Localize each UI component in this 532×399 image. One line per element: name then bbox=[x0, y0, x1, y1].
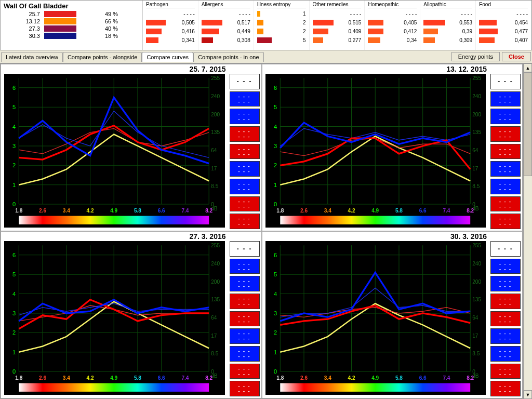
svg-text:5.8: 5.8 bbox=[134, 375, 141, 381]
svg-text:8.5: 8.5 bbox=[211, 183, 218, 189]
svg-text:3: 3 bbox=[12, 310, 16, 316]
tab-compare-curves[interactable]: Compare curves bbox=[142, 52, 193, 62]
svg-text:5.8: 5.8 bbox=[395, 208, 402, 214]
metric-row: 5 bbox=[257, 36, 306, 45]
metric-value: 0,34 bbox=[394, 37, 417, 43]
metric-row: 0,412 bbox=[368, 27, 417, 36]
metric-value: 0,454 bbox=[505, 20, 528, 25]
side-box-white: - - - bbox=[230, 241, 260, 257]
metric-row: 2 bbox=[257, 18, 306, 27]
svg-text:4.2: 4.2 bbox=[348, 375, 355, 381]
svg-text:200: 200 bbox=[211, 112, 220, 117]
metric-value: 0,407 bbox=[505, 37, 528, 43]
side-box-white: - - - bbox=[490, 241, 521, 257]
svg-rect-41 bbox=[19, 216, 209, 224]
side-box-blue: - - -- - - bbox=[490, 276, 521, 291]
svg-text:3.4: 3.4 bbox=[324, 208, 331, 214]
metric-value: 0,515 bbox=[339, 20, 362, 25]
side-box-red: - - -- - - bbox=[230, 214, 260, 229]
metric-row: 0,34 bbox=[368, 36, 417, 45]
svg-text:135: 135 bbox=[211, 297, 220, 302]
svg-text:0: 0 bbox=[12, 368, 16, 375]
metric-value: 0,477 bbox=[505, 29, 528, 34]
svg-text:17: 17 bbox=[211, 333, 217, 339]
svg-text:135: 135 bbox=[211, 129, 220, 135]
side-box-blue: - - -- - - bbox=[490, 91, 521, 107]
svg-text:4: 4 bbox=[274, 291, 277, 297]
svg-text:2: 2 bbox=[12, 329, 16, 336]
tab-compare-points-in-one[interactable]: Compare points - in one bbox=[193, 52, 263, 62]
svg-text:7.4: 7.4 bbox=[181, 208, 189, 214]
svg-text:17: 17 bbox=[472, 333, 478, 339]
metric-group: Homeopathic - - - - 0,405 0,412 0,34 bbox=[365, 1, 420, 50]
svg-text:7.4: 7.4 bbox=[443, 375, 450, 381]
svg-text:1.8: 1.8 bbox=[15, 208, 22, 214]
svg-text:255: 255 bbox=[472, 75, 481, 81]
svg-text:4: 4 bbox=[12, 124, 16, 130]
metric-value: - - - - bbox=[172, 11, 195, 17]
svg-rect-167 bbox=[280, 383, 470, 392]
metric-title: Pathogen bbox=[146, 2, 195, 8]
legend-row: 30.3 18 % bbox=[4, 33, 139, 39]
svg-text:5: 5 bbox=[12, 104, 16, 110]
side-box-red: - - -- - - bbox=[490, 214, 521, 229]
svg-text:1: 1 bbox=[12, 349, 16, 355]
side-box-blue: - - -- - - bbox=[230, 328, 260, 344]
svg-text:3.4: 3.4 bbox=[63, 375, 70, 381]
metric-row: 2 bbox=[257, 27, 306, 36]
metric-row: 0,416 bbox=[146, 27, 195, 36]
svg-text:0: 0 bbox=[274, 368, 277, 375]
side-box-blue: - - -- - - bbox=[490, 161, 521, 177]
svg-text:17: 17 bbox=[211, 166, 217, 171]
metric-row: - - - - bbox=[423, 9, 472, 18]
chart-cell: 25. 7. 2015012345608.51764135200240255dB… bbox=[1, 64, 262, 231]
metric-title: Allergens bbox=[202, 2, 250, 8]
metric-value: 5 bbox=[283, 37, 306, 43]
side-box-red: - - -- - - bbox=[490, 144, 521, 159]
svg-text:1: 1 bbox=[274, 349, 277, 355]
energy-points-button[interactable]: Energy points bbox=[451, 52, 500, 61]
svg-text:4.2: 4.2 bbox=[348, 208, 355, 214]
svg-text:7.4: 7.4 bbox=[181, 375, 189, 381]
metric-value: - - - - bbox=[505, 11, 528, 17]
svg-text:8.2: 8.2 bbox=[205, 375, 212, 381]
side-box-red: - - -- - - bbox=[230, 144, 260, 159]
legend-pct: 66 % bbox=[92, 18, 118, 24]
svg-text:1.8: 1.8 bbox=[276, 208, 284, 214]
metric-group: Food - - - - 0,454 0,477 0,407 bbox=[476, 1, 531, 50]
metric-value: 0,553 bbox=[449, 20, 472, 25]
scroll-thumb[interactable] bbox=[524, 72, 532, 176]
svg-text:5: 5 bbox=[274, 104, 277, 110]
metric-row: 0,407 bbox=[479, 36, 528, 45]
svg-text:255: 255 bbox=[472, 243, 481, 248]
metric-group: Allopathic - - - - 0,553 0,39 0,309 bbox=[420, 1, 476, 50]
tab-compare-points-alongside[interactable]: Compare points - alongside bbox=[63, 52, 142, 62]
scroll-up-arrow[interactable]: ▲ bbox=[524, 63, 532, 72]
legend-pct: 18 % bbox=[92, 33, 118, 39]
top-summary-bar: Wall Of Gall Bladder 25.7 49 %13.12 66 %… bbox=[0, 0, 532, 50]
svg-text:7.4: 7.4 bbox=[443, 208, 450, 214]
scroll-down-arrow[interactable]: ▼ bbox=[524, 390, 532, 399]
svg-text:200: 200 bbox=[211, 279, 220, 285]
tab-latest-data-overview[interactable]: Latest data overview bbox=[1, 52, 63, 62]
chart-canvas: 012345608.51764135200240255dB1.82.63.44.… bbox=[265, 241, 486, 395]
chart-side-legend: - - -- - -- - -- - -- - -- - -- - -- - -… bbox=[228, 232, 261, 398]
tabs-row: Latest data overviewCompare points - alo… bbox=[0, 50, 532, 63]
svg-text:4: 4 bbox=[274, 124, 277, 130]
metric-row: 0,517 bbox=[202, 18, 250, 27]
vertical-scrollbar[interactable]: ▲ ▼ bbox=[523, 63, 532, 399]
svg-text:1.8: 1.8 bbox=[15, 375, 22, 381]
title-block: Wall Of Gall Bladder 25.7 49 %13.12 66 %… bbox=[1, 1, 143, 50]
svg-text:6: 6 bbox=[12, 252, 16, 258]
side-box-red: - - -- - - bbox=[490, 196, 521, 212]
svg-text:8.2: 8.2 bbox=[205, 208, 212, 214]
svg-text:5: 5 bbox=[274, 271, 277, 277]
svg-text:2: 2 bbox=[274, 162, 277, 168]
svg-text:240: 240 bbox=[211, 94, 220, 99]
svg-text:5: 5 bbox=[12, 271, 16, 277]
svg-text:1: 1 bbox=[12, 182, 16, 188]
svg-text:2: 2 bbox=[12, 162, 16, 168]
metric-value: 0,416 bbox=[172, 29, 195, 34]
close-button[interactable]: Close bbox=[502, 52, 531, 61]
svg-text:0: 0 bbox=[12, 201, 16, 207]
